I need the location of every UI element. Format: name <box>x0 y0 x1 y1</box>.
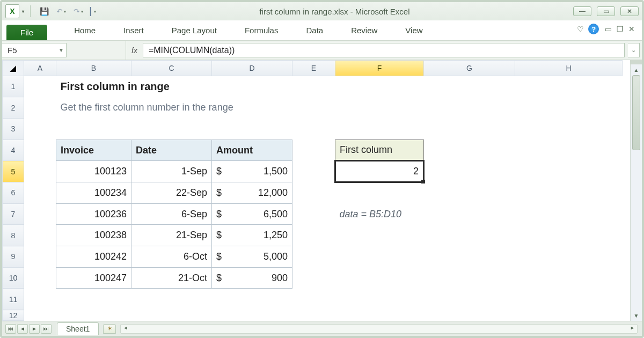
new-sheet-button[interactable]: ✶ <box>103 324 116 334</box>
cell-D5[interactable]: $1,500 <box>212 161 292 182</box>
grid[interactable]: ◢ A B C D E F G H 1 First column in rang… <box>2 60 623 321</box>
ribbon: File Home Insert Page Layout Formulas Da… <box>2 20 642 41</box>
col-header-C[interactable]: C <box>131 61 212 76</box>
window-title: first column in range.xlsx - Microsoft E… <box>96 7 573 16</box>
col-header-A[interactable]: A <box>24 61 56 76</box>
row-header-2[interactable]: 2 <box>3 97 24 119</box>
row-header-12[interactable]: 12 <box>3 310 24 321</box>
cell-D6[interactable]: $12,000 <box>212 182 292 204</box>
row-header-5[interactable]: 5 <box>3 161 24 182</box>
save-icon[interactable]: 💾 <box>37 5 51 18</box>
formula-input[interactable]: =MIN(COLUMN(data)) <box>143 43 625 57</box>
col-header-H[interactable]: H <box>515 61 623 76</box>
sheet-nav-last-icon[interactable]: ⏭ <box>41 324 52 334</box>
row-header-8[interactable]: 8 <box>3 225 24 246</box>
cell-C5[interactable]: 1-Sep <box>131 161 212 182</box>
cell-B7[interactable]: 100236 <box>56 203 131 225</box>
split-handle-icon[interactable] <box>631 60 642 64</box>
formula-bar: F5 ▼ fx =MIN(COLUMN(data)) ⌄ <box>2 41 642 60</box>
tab-formulas[interactable]: Formulas <box>231 21 292 40</box>
close-button[interactable]: ✕ <box>620 6 639 16</box>
maximize-button[interactable]: ▭ <box>597 6 615 16</box>
tab-data[interactable]: Data <box>292 21 337 40</box>
cell-D8[interactable]: $1,250 <box>212 225 292 246</box>
doc-close-icon[interactable]: ✕ <box>627 25 636 33</box>
row-header-11[interactable]: 11 <box>3 289 24 310</box>
cell-B8[interactable]: 100238 <box>56 225 131 246</box>
cell-C7[interactable]: 6-Sep <box>131 203 212 225</box>
scroll-up-icon[interactable]: ▲ <box>631 64 642 75</box>
col-header-G[interactable]: G <box>424 61 515 76</box>
header-invoice[interactable]: Invoice <box>56 139 131 161</box>
doc-minimize-icon[interactable]: ▭ <box>603 25 613 33</box>
tab-insert[interactable]: Insert <box>109 21 158 40</box>
header-date[interactable]: Date <box>131 139 212 161</box>
excel-logo[interactable]: X <box>5 4 19 18</box>
sheet-nav-next-icon[interactable]: ► <box>29 324 40 334</box>
named-range-note[interactable]: data = B5:D10 <box>335 203 424 225</box>
first-column-label[interactable]: First column <box>335 139 424 161</box>
col-header-E[interactable]: E <box>292 61 335 76</box>
undo-icon[interactable]: ↶▾ <box>54 5 68 18</box>
scroll-down-icon[interactable]: ▼ <box>631 310 642 321</box>
col-header-D[interactable]: D <box>212 61 292 76</box>
cell-C10[interactable]: 21-Oct <box>131 267 212 289</box>
row-header-6[interactable]: 6 <box>3 182 24 204</box>
file-tab[interactable]: File <box>6 25 47 40</box>
cell-B5[interactable]: 100123 <box>56 161 131 182</box>
col-header-F[interactable]: F <box>335 61 424 76</box>
sheet-subtitle[interactable]: Get the first column number in the range <box>56 97 424 119</box>
worksheet-area[interactable]: ◢ A B C D E F G H 1 First column in rang… <box>2 60 642 321</box>
cell-D9[interactable]: $5,000 <box>212 246 292 268</box>
help-icon[interactable]: ? <box>588 24 599 34</box>
minimize-button[interactable]: — <box>573 6 591 16</box>
sheet-tab-bar: ⏮ ◄ ► ⏭ Sheet1 ✶ <box>2 321 642 336</box>
tab-home[interactable]: Home <box>60 21 109 40</box>
select-all-corner[interactable]: ◢ <box>3 61 24 76</box>
row-header-10[interactable]: 10 <box>3 267 24 289</box>
redo-icon[interactable]: ↷▾ <box>71 5 85 18</box>
cell-C6[interactable]: 22-Sep <box>131 182 212 204</box>
sheet-title[interactable]: First column in range <box>56 76 335 97</box>
row-header-1[interactable]: 1 <box>3 76 24 97</box>
cell-D7[interactable]: $6,500 <box>212 203 292 225</box>
row-header-7[interactable]: 7 <box>3 203 24 225</box>
name-box-dropdown-icon[interactable]: ▼ <box>56 47 66 53</box>
row-header-9[interactable]: 9 <box>3 246 24 268</box>
name-box[interactable]: F5 ▼ <box>2 43 67 57</box>
qa-customize-icon[interactable]: │▾ <box>89 5 96 18</box>
scroll-thumb[interactable] <box>632 75 640 150</box>
cell-D10[interactable]: $900 <box>212 267 292 289</box>
cell-B10[interactable]: 100247 <box>56 267 131 289</box>
cell-C8[interactable]: 21-Sep <box>131 225 212 246</box>
tab-review[interactable]: Review <box>337 21 391 40</box>
row-header-4[interactable]: 4 <box>3 139 24 161</box>
cell-C9[interactable]: 6-Oct <box>131 246 212 268</box>
col-header-B[interactable]: B <box>56 61 131 76</box>
name-box-value: F5 <box>2 46 56 55</box>
cell-B6[interactable]: 100234 <box>56 182 131 204</box>
header-amount[interactable]: Amount <box>212 139 292 161</box>
cell-B9[interactable]: 100242 <box>56 246 131 268</box>
fx-label[interactable]: fx <box>126 41 143 60</box>
row-header-3[interactable]: 3 <box>3 119 24 140</box>
sheet-nav-prev-icon[interactable]: ◄ <box>17 324 28 334</box>
title-bar: X 💾 ↶▾ ↷▾ │▾ first column in range.xlsx … <box>2 2 642 20</box>
vertical-scrollbar[interactable]: ▲ ▼ <box>630 60 642 321</box>
horizontal-scrollbar[interactable] <box>120 324 638 334</box>
doc-restore-icon[interactable]: ❐ <box>615 25 625 33</box>
tab-page-layout[interactable]: Page Layout <box>158 21 231 40</box>
sheet-tab-sheet1[interactable]: Sheet1 <box>57 322 99 335</box>
cell-F5-active[interactable]: 2 <box>335 161 424 182</box>
tab-view[interactable]: View <box>391 21 436 40</box>
sheet-nav-first-icon[interactable]: ⏮ <box>5 324 16 334</box>
ribbon-minimize-icon[interactable]: ♡ <box>577 25 584 33</box>
formula-expand-icon[interactable]: ⌄ <box>628 43 640 57</box>
